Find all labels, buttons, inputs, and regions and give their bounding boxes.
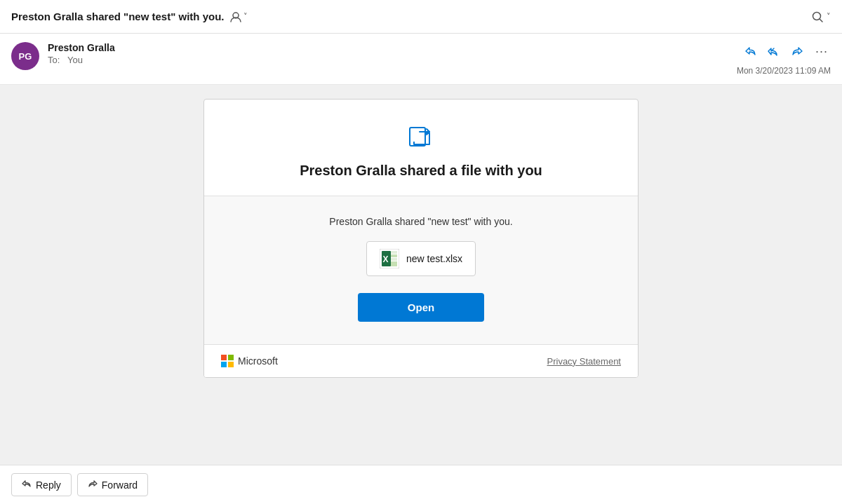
reply-button-icon <box>22 479 32 491</box>
reply-button[interactable]: Reply <box>11 473 72 496</box>
reply-button-label: Reply <box>36 479 61 491</box>
privacy-statement-link[interactable]: Privacy Statement <box>547 356 622 367</box>
file-box[interactable]: X new test.xlsx <box>366 241 476 276</box>
forward-button-label: Forward <box>102 479 138 491</box>
card-header: Preston Gralla shared a file with you <box>204 100 638 196</box>
card-body: Preston Gralla shared "new test" with yo… <box>204 196 638 344</box>
email-actions: ··· <box>741 42 831 60</box>
microsoft-grid-icon <box>221 355 234 367</box>
email-header-left: PG Preston Gralla To: You <box>11 42 115 70</box>
card-title: Preston Gralla shared a file with you <box>232 163 610 179</box>
forward-button-icon <box>88 479 98 491</box>
svg-rect-10 <box>391 254 397 257</box>
svg-text:X: X <box>382 254 388 264</box>
microsoft-logo: Microsoft <box>221 355 278 367</box>
forward-icon-button[interactable] <box>789 42 807 60</box>
zoom-control[interactable]: ˅ <box>811 11 831 23</box>
sender-name: Preston Gralla <box>48 42 115 53</box>
svg-line-2 <box>820 19 823 22</box>
sender-info: Preston Gralla To: You <box>48 42 115 65</box>
sender-to: To: You <box>48 55 115 65</box>
excel-file-icon: X <box>380 249 399 268</box>
reply-all-icon-button[interactable] <box>765 42 783 60</box>
email-card: Preston Gralla shared a file with you Pr… <box>203 99 639 378</box>
card-footer: Microsoft Privacy Statement <box>204 344 638 377</box>
forward-button[interactable]: Forward <box>77 473 148 496</box>
top-bar-left: Preston Gralla shared "new test" with yo… <box>11 11 248 23</box>
email-subject-title: Preston Gralla shared "new test" with yo… <box>11 11 224 22</box>
share-icon-wrapper <box>232 121 610 154</box>
open-button[interactable]: Open <box>358 293 484 322</box>
email-timestamp: Mon 3/20/2023 11:09 AM <box>737 66 831 76</box>
email-body: Preston Gralla shared a file with you Pr… <box>0 85 842 465</box>
bottom-bar: Reply Forward <box>0 465 842 504</box>
microsoft-label: Microsoft <box>238 355 278 367</box>
top-bar: Preston Gralla shared "new test" with yo… <box>0 0 842 34</box>
more-actions-icon[interactable]: ··· <box>813 42 831 60</box>
email-header: PG Preston Gralla To: You <box>0 34 842 85</box>
share-description: Preston Gralla shared "new test" with yo… <box>232 216 610 227</box>
svg-rect-12 <box>391 261 397 266</box>
reply-icon-button[interactable] <box>741 42 759 60</box>
avatar: PG <box>11 42 39 70</box>
file-name: new test.xlsx <box>406 253 462 264</box>
svg-rect-3 <box>410 128 425 146</box>
svg-point-1 <box>813 12 821 20</box>
email-header-right: ··· Mon 3/20/2023 11:09 AM <box>737 42 831 76</box>
contact-icon[interactable]: ˅ <box>229 11 248 23</box>
share-icon <box>406 121 436 151</box>
svg-rect-9 <box>391 251 397 254</box>
svg-rect-11 <box>391 258 397 261</box>
